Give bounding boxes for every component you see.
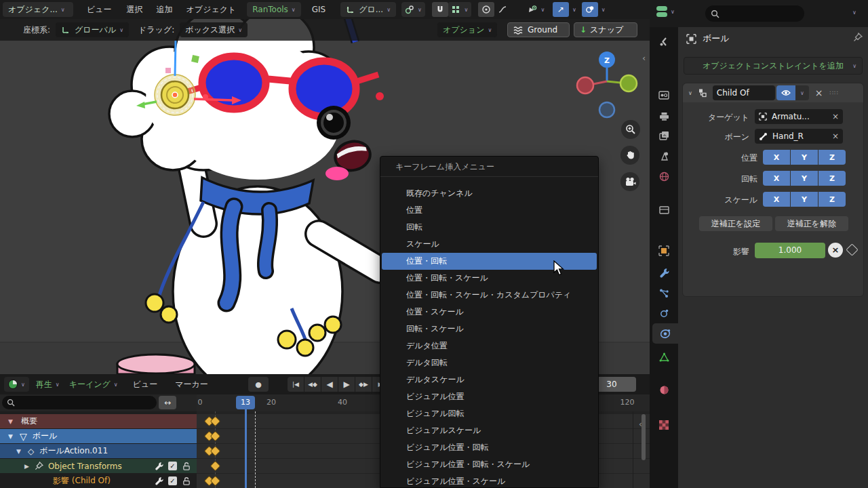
target-field[interactable]: Armatu... × (755, 109, 843, 124)
coord-dropdown[interactable]: グローバル ∨ (56, 22, 129, 37)
current-frame-badge[interactable]: 13 (236, 396, 255, 409)
tab-output[interactable] (652, 106, 675, 127)
influence-slider[interactable]: 1.000 (755, 243, 825, 258)
jump-to-start-button[interactable]: |◀ (288, 377, 304, 392)
tab-view-layer[interactable] (652, 125, 675, 146)
keying-menu[interactable]: キーイング ∨ (69, 379, 118, 390)
chevron-down-icon[interactable]: ∨ (601, 7, 606, 13)
menu-view[interactable]: ビュー (83, 4, 116, 16)
drag-grip-icon[interactable]: ∷∷ (830, 89, 839, 96)
tab-material[interactable] (652, 380, 675, 400)
auto-keying-toggle[interactable]: ● (248, 377, 269, 392)
scale-z-toggle[interactable]: Z (818, 192, 846, 207)
channel-influence[interactable]: 影響 (Child Of) ✓ (0, 474, 197, 488)
channel-enable-checkbox[interactable]: ✓ (168, 462, 177, 470)
proportional-editing-toggle[interactable] (478, 2, 494, 17)
tab-physics[interactable] (652, 303, 675, 323)
tab-object-data[interactable] (652, 347, 675, 367)
snap-toggle[interactable] (432, 2, 448, 17)
keyframe-diamond-button[interactable] (846, 243, 858, 256)
sidebar-toggle-icon[interactable]: ‹ (642, 53, 646, 63)
rot-x-toggle[interactable]: X (763, 171, 790, 186)
menu-item[interactable]: 回転 (382, 219, 597, 236)
tri-down-icon[interactable]: ▼ (8, 418, 13, 425)
chevron-down-icon[interactable]: ∨ (572, 7, 576, 13)
menu-item[interactable]: ビジュアル位置・スケール (382, 473, 597, 488)
clear-inverse-button[interactable]: 逆補正を解除 (775, 216, 848, 231)
pin-icon[interactable] (35, 462, 43, 470)
marker-menu[interactable]: マーカー (171, 379, 212, 390)
menu-item[interactable]: 位置・スケール (382, 304, 597, 321)
menu-item[interactable]: スケール (382, 236, 597, 253)
tab-particles[interactable] (652, 283, 675, 303)
tab-texture[interactable] (652, 415, 675, 435)
next-keyframe-button[interactable]: ◆▶ (355, 377, 372, 392)
menu-item[interactable]: ビジュアル位置・回転・スケール (382, 456, 597, 473)
tri-down-icon[interactable]: ▼ (8, 433, 13, 440)
menu-item[interactable]: ビジュアル位置・回転 (382, 439, 597, 456)
expand-collapse-button[interactable]: ↔ (159, 396, 176, 409)
tab-modifiers[interactable] (652, 262, 675, 283)
rantools-menu[interactable]: RanTools ∨ (247, 2, 300, 17)
pan-button[interactable] (620, 146, 639, 165)
channel-summary[interactable]: ▼ 概要 (0, 414, 197, 428)
menu-item[interactable]: 回転・スケール (382, 321, 597, 338)
channel-enable-checkbox[interactable]: ✓ (168, 476, 177, 485)
loc-x-toggle[interactable]: X (763, 150, 790, 165)
tab-object[interactable] (652, 241, 675, 261)
loc-z-toggle[interactable]: Z (818, 150, 846, 165)
tri-down-icon[interactable]: ▼ (16, 448, 21, 455)
tab-render[interactable] (652, 85, 675, 105)
menu-select[interactable]: 選択 (123, 4, 147, 16)
menu-item[interactable]: 位置・回転・スケール・カスタムプロパティ (382, 287, 597, 304)
modifier-wrench-icon[interactable] (155, 476, 163, 485)
falloff-dropdown[interactable] (494, 2, 511, 17)
vertical-scrollbar[interactable] (642, 414, 646, 460)
expand-icon[interactable]: ∨ (688, 90, 692, 96)
navigation-gizmo[interactable]: Z (573, 42, 648, 120)
play-reverse-button[interactable]: ◀ (321, 377, 338, 392)
channel-object-transforms[interactable]: ▶ Object Transforms ✓ (0, 459, 197, 473)
collapse-arrow-icon[interactable]: ‹ (639, 420, 642, 429)
close-icon[interactable]: × (832, 112, 839, 121)
scale-y-toggle[interactable]: Y (791, 192, 818, 207)
tab-tool[interactable] (652, 31, 675, 52)
channel-search-input[interactable] (2, 396, 157, 409)
constraint-name-field[interactable]: Child Of (713, 85, 775, 100)
menu-item[interactable]: 既存のチャンネル (382, 185, 597, 202)
set-inverse-button[interactable]: 逆補正を設定 (699, 216, 772, 231)
constraint-enable-toggle[interactable] (776, 85, 795, 100)
channel-action[interactable]: ▼ ◇ ボールAction.011 (0, 444, 197, 458)
show-overlays-toggle[interactable] (582, 2, 598, 17)
tab-scene[interactable] (652, 146, 675, 166)
pivot-point-dropdown[interactable]: ∨ (401, 2, 425, 17)
menu-item[interactable]: デルタ回転 (382, 354, 597, 371)
menu-item[interactable]: 位置 (382, 202, 597, 219)
drag-dropdown[interactable]: ボックス選択 ∨ (180, 22, 248, 37)
menu-item[interactable]: ビジュアルスケール (382, 422, 597, 439)
menu-object[interactable]: オブジェクト (182, 4, 241, 16)
tab-collection[interactable] (652, 199, 675, 220)
view-menu[interactable]: ビュー (129, 379, 162, 390)
bone-field[interactable]: Hand_R × (755, 129, 843, 144)
menu-add[interactable]: 追加 (153, 4, 177, 16)
tab-world[interactable] (652, 166, 675, 186)
pin-icon[interactable] (853, 33, 863, 42)
scale-x-toggle[interactable]: X (763, 192, 790, 207)
current-frame-line[interactable] (245, 409, 247, 488)
menu-item[interactable]: ビジュアル位置 (382, 388, 597, 405)
unlock-icon[interactable] (182, 462, 191, 470)
close-icon[interactable]: × (832, 131, 839, 141)
previous-keyframe-button[interactable]: ◀◆ (304, 377, 321, 392)
menu-item[interactable]: デルタスケール (382, 371, 597, 388)
camera-view-button[interactable] (620, 172, 639, 191)
tri-right-icon[interactable]: ▶ (24, 463, 29, 470)
menu-item[interactable]: ビジュアル回転 (382, 405, 597, 422)
zoom-button[interactable] (621, 120, 640, 139)
show-gizmo-toggle[interactable]: ↗ (553, 2, 569, 17)
ground-button[interactable]: Ground (507, 22, 570, 37)
playback-menu[interactable]: 再生 ∨ (36, 379, 60, 390)
breadcrumb-object-name[interactable]: ボール (703, 33, 730, 45)
rot-y-toggle[interactable]: Y (791, 171, 818, 186)
loc-y-toggle[interactable]: Y (791, 150, 818, 165)
